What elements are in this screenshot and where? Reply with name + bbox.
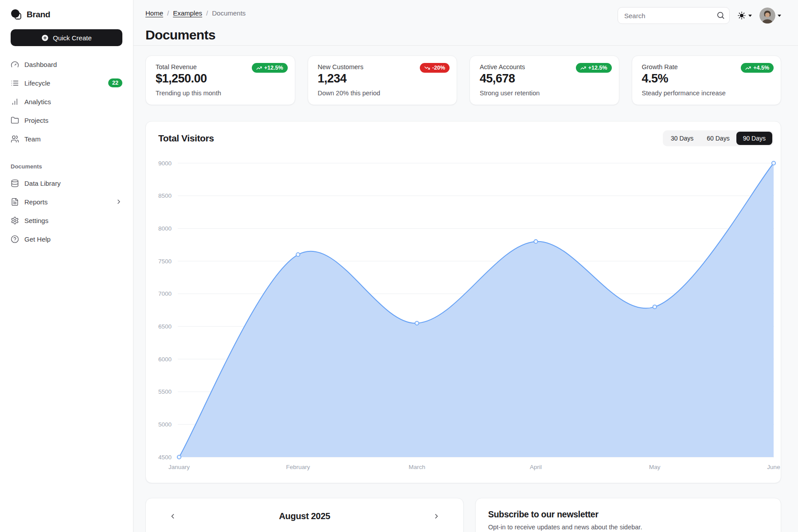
stat-card: Active Accounts 45,678 Strong user reten… xyxy=(469,55,619,105)
sidebar-item-label: Reports xyxy=(24,198,110,206)
stat-value: 4.5% xyxy=(642,72,771,86)
brand-name: Brand xyxy=(27,10,50,20)
stats-row: Total Revenue $1,250.00 Trending up this… xyxy=(145,55,781,105)
trend-badge: +12.5% xyxy=(576,63,612,73)
total-visitors-chart: 4500500055006000650070007500800085009000… xyxy=(158,154,774,478)
breadcrumb-home-link[interactable]: Home xyxy=(145,9,163,17)
svg-text:7000: 7000 xyxy=(158,290,172,297)
svg-text:April: April xyxy=(530,464,542,470)
sidebar-item-reports[interactable]: Reports xyxy=(11,192,122,211)
trending-down-icon xyxy=(424,65,430,71)
svg-text:8000: 8000 xyxy=(158,225,172,232)
sidebar-item-data-library[interactable]: Data Library xyxy=(11,174,122,192)
trending-up-icon xyxy=(745,65,751,71)
users-icon xyxy=(11,135,19,143)
chart-plot-area: 4500500055006000650070007500800085009000… xyxy=(158,154,774,478)
quick-create-label: Quick Create xyxy=(53,34,92,42)
trend-badge: +4.5% xyxy=(741,63,774,73)
breadcrumb-examples-link[interactable]: Examples xyxy=(173,9,202,17)
stat-footer: Trending up this month xyxy=(156,90,285,97)
range-button[interactable]: 60 Days xyxy=(700,132,736,145)
breadcrumb-current: Documents xyxy=(212,9,246,17)
header-actions xyxy=(618,7,781,24)
sidebar-item-get-help[interactable]: Get Help xyxy=(11,230,122,248)
svg-text:4500: 4500 xyxy=(158,454,172,461)
sidebar-item-label: Settings xyxy=(24,217,122,224)
sidebar-item-lifecycle[interactable]: Lifecycle 22 xyxy=(11,74,122,92)
user-menu-button[interactable] xyxy=(759,8,781,23)
sidebar-item-label: Team xyxy=(24,135,122,143)
chevron-left-icon xyxy=(169,512,176,520)
trend-badge-label: -20% xyxy=(432,65,445,71)
svg-text:6500: 6500 xyxy=(158,323,172,330)
sun-icon xyxy=(737,11,746,20)
folder-icon xyxy=(11,116,19,125)
chevron-right-icon xyxy=(433,512,440,520)
range-button[interactable]: 90 Days xyxy=(736,132,772,145)
stat-card: Growth Rate 4.5% Steady performance incr… xyxy=(632,55,782,105)
database-icon xyxy=(11,179,19,188)
gear-icon xyxy=(11,216,19,225)
sidebar-item-dashboard[interactable]: Dashboard xyxy=(11,55,122,74)
svg-text:March: March xyxy=(409,464,426,470)
brand[interactable]: Brand xyxy=(11,7,122,22)
stat-value: 1,234 xyxy=(318,72,447,86)
chart-title: Total Visitors xyxy=(158,133,214,144)
stat-footer: Steady performance increase xyxy=(642,90,771,97)
bar-chart-icon xyxy=(11,98,19,106)
calendar-prev-button[interactable] xyxy=(165,509,180,523)
svg-text:6000: 6000 xyxy=(158,356,172,363)
stat-value: $1,250.00 xyxy=(156,72,285,86)
stat-footer: Down 20% this period xyxy=(318,90,447,97)
quick-create-button[interactable]: Quick Create xyxy=(11,29,122,46)
sidebar-item-projects[interactable]: Projects xyxy=(11,111,122,129)
main-nav: Dashboard Lifecycle 22 Analytics Projec xyxy=(11,55,122,148)
svg-text:February: February xyxy=(286,464,310,470)
stat-card: Total Revenue $1,250.00 Trending up this… xyxy=(145,55,295,105)
list-icon xyxy=(11,79,19,87)
sidebar-item-label: Projects xyxy=(24,117,122,124)
trend-badge-label: +12.5% xyxy=(264,65,283,71)
sidebar-item-label: Lifecycle xyxy=(24,79,103,87)
svg-text:June: June xyxy=(767,464,780,470)
sidebar-item-team[interactable]: Team xyxy=(11,129,122,148)
sidebar-item-label: Dashboard xyxy=(24,61,122,68)
total-visitors-card: Total Visitors 30 Days 60 Days 90 Days 4… xyxy=(145,121,781,483)
main-area: Home / Examples / Documents xyxy=(133,0,798,532)
plus-circle-icon xyxy=(41,34,49,42)
range-toggle-group: 30 Days 60 Days 90 Days xyxy=(663,130,774,146)
newsletter-card: Subscribe to our newsletter Opt-in to re… xyxy=(475,498,781,532)
report-file-icon xyxy=(11,198,19,206)
brand-logo-icon xyxy=(11,9,22,20)
trend-badge: +12.5% xyxy=(252,63,288,73)
stat-footer: Strong user retention xyxy=(480,90,609,97)
calendar-month-label: August 2025 xyxy=(279,511,330,521)
lifecycle-count-badge: 22 xyxy=(108,78,122,87)
chevron-right-icon xyxy=(115,198,122,205)
sidebar-item-settings[interactable]: Settings xyxy=(11,211,122,230)
stat-card: New Customers 1,234 Down 20% this period… xyxy=(308,55,458,105)
content: Total Revenue $1,250.00 Trending up this… xyxy=(133,55,798,532)
svg-text:5000: 5000 xyxy=(158,421,172,428)
sidebar-item-analytics[interactable]: Analytics xyxy=(11,92,122,111)
newsletter-subtitle: Opt-in to receive updates and news about… xyxy=(488,524,768,531)
svg-text:8500: 8500 xyxy=(158,192,172,199)
calendar-next-button[interactable] xyxy=(430,509,444,523)
sidebar: Brand Quick Create Dashboard Lifecycle 2… xyxy=(0,0,133,532)
sidebar-item-label: Analytics xyxy=(24,98,122,106)
calendar-card: August 2025 xyxy=(145,498,464,532)
newsletter-title: Subscribe to our newsletter xyxy=(488,509,768,520)
breadcrumb: Home / Examples / Documents xyxy=(145,9,246,17)
trend-badge-label: +4.5% xyxy=(753,65,769,71)
theme-toggle-button[interactable] xyxy=(737,11,752,20)
search-input[interactable] xyxy=(618,7,730,24)
documents-nav: Data Library Reports Settings xyxy=(11,174,122,248)
avatar xyxy=(759,8,775,23)
sidebar-item-label: Get Help xyxy=(24,235,122,243)
svg-text:May: May xyxy=(649,464,661,470)
sidebar-item-label: Data Library xyxy=(24,180,122,187)
svg-text:7500: 7500 xyxy=(158,258,172,265)
bottom-row: August 2025 Subscribe to our newsletter … xyxy=(145,498,781,532)
range-button[interactable]: 30 Days xyxy=(664,132,700,145)
caret-down-icon xyxy=(778,15,781,17)
